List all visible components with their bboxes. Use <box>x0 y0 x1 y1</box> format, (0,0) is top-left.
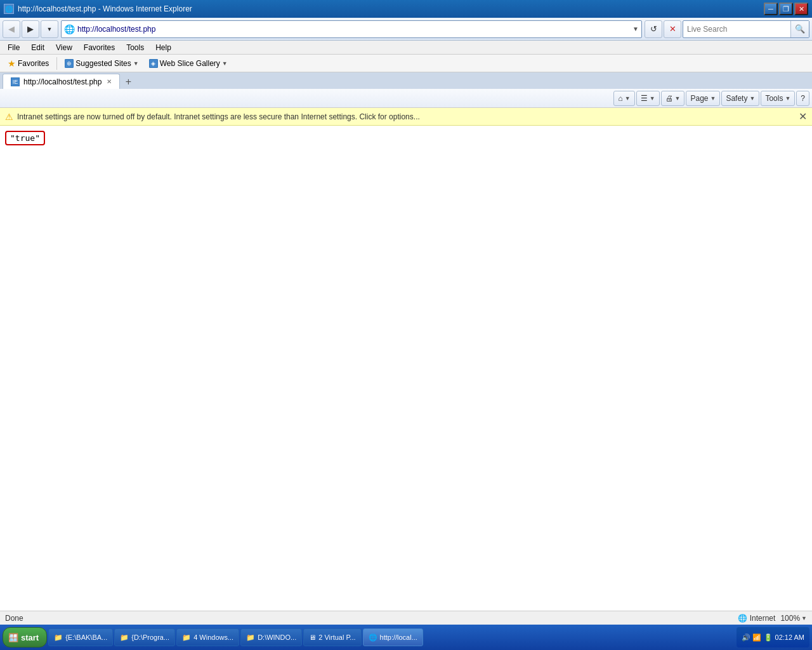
web-slice-button[interactable]: ◈ Web Slice Gallery ▼ <box>145 58 232 69</box>
status-zoom: 100% ▼ <box>780 614 807 623</box>
refresh-button[interactable]: ↺ <box>645 20 662 38</box>
search-button[interactable]: 🔍 <box>790 21 809 37</box>
info-bar[interactable]: ⚠ Intranet settings are now turned off b… <box>0 108 812 126</box>
active-tab[interactable]: IE http://localhost/test.php ✕ <box>3 74 120 89</box>
menu-view[interactable]: View <box>51 41 77 54</box>
menu-favorites[interactable]: Favorites <box>79 41 120 54</box>
info-icon: ⚠ <box>5 112 13 122</box>
page-button[interactable]: Page ▼ <box>686 91 720 106</box>
forward-button[interactable]: ▶ <box>22 20 39 38</box>
status-text: Done <box>5 614 733 623</box>
toolbar-row: ⌂ ▼ ☰ ▼ 🖨 ▼ Page ▼ Safety ▼ Tools ▼ ? <box>0 89 812 108</box>
safety-button[interactable]: Safety ▼ <box>721 91 759 106</box>
search-container: 🔍 <box>683 20 809 38</box>
menu-bar: File Edit View Favorites Tools Help <box>0 41 812 55</box>
status-bar: Done 🌐 Internet 100% ▼ <box>0 611 812 625</box>
window-title: http://localhost/test.php - Windows Inte… <box>18 4 192 13</box>
new-tab-button[interactable]: + <box>121 75 135 89</box>
tab-label: http://localhost/test.php <box>23 77 102 86</box>
feeds-button[interactable]: ☰ ▼ <box>636 91 660 106</box>
tools-button[interactable]: Tools ▼ <box>761 91 795 106</box>
print-button[interactable]: 🖨 ▼ <box>661 91 685 106</box>
stop-button[interactable]: ✕ <box>664 20 681 38</box>
tab-bar: IE http://localhost/test.php ✕ + <box>0 72 812 89</box>
dropdown-button[interactable]: ▼ <box>41 20 58 38</box>
nav-bar: ◀ ▶ ▼ 🌐 ▼ ↺ ✕ 🔍 <box>0 18 812 41</box>
close-button[interactable]: ✕ <box>794 3 808 15</box>
suggested-sites-icon: ⊕ <box>65 59 74 68</box>
web-slice-icon: ◈ <box>149 59 158 68</box>
help-button[interactable]: ? <box>796 91 809 106</box>
restore-button[interactable]: ❐ <box>779 3 793 15</box>
suggested-dropdown-arrow: ▼ <box>133 60 139 67</box>
back-button[interactable]: ◀ <box>3 20 20 38</box>
star-icon: ★ <box>8 58 16 69</box>
menu-tools[interactable]: Tools <box>121 41 149 54</box>
favorites-button[interactable]: ★ Favorites <box>4 57 53 70</box>
address-favicon: 🌐 <box>62 24 77 34</box>
title-bar-controls: ─ ❐ ✕ <box>764 3 808 15</box>
menu-file[interactable]: File <box>3 41 25 54</box>
status-right: 🌐 Internet 100% ▼ <box>738 614 807 623</box>
tab-close-button[interactable]: ✕ <box>107 78 112 85</box>
zoom-dropdown[interactable]: ▼ <box>801 615 807 621</box>
suggested-sites-label: Suggested Sites <box>75 59 131 68</box>
address-dropdown[interactable]: ▼ <box>630 25 641 32</box>
search-input[interactable] <box>683 25 790 34</box>
minimize-button[interactable]: ─ <box>764 3 778 15</box>
web-slice-dropdown-arrow: ▼ <box>222 60 228 67</box>
favorites-bar: ★ Favorites ⊕ Suggested Sites ▼ ◈ Web Sl… <box>0 55 812 72</box>
zone-label: Internet <box>750 614 776 623</box>
address-bar-container: 🌐 ▼ <box>61 20 642 38</box>
zoom-label: 100% <box>780 614 800 623</box>
tab-favicon: IE <box>11 77 20 86</box>
status-zone: 🌐 Internet <box>738 614 776 623</box>
ie-title-icon: 🌐 <box>4 4 14 14</box>
info-message: Intranet settings are now turned off by … <box>17 112 420 121</box>
home-button[interactable]: ⌂ ▼ <box>613 91 634 106</box>
address-bar[interactable] <box>77 25 630 34</box>
title-bar-left: 🌐 http://localhost/test.php - Windows In… <box>4 4 192 14</box>
web-slice-label: Web Slice Gallery <box>160 59 220 68</box>
info-close-button[interactable]: ✕ <box>799 110 807 123</box>
favorites-divider <box>56 57 57 70</box>
content-area: "true" <box>0 126 812 625</box>
menu-edit[interactable]: Edit <box>26 41 49 54</box>
suggested-sites-button[interactable]: ⊕ Suggested Sites ▼ <box>61 58 142 69</box>
favorites-label: Favorites <box>18 59 49 68</box>
true-value: "true" <box>5 131 45 145</box>
menu-help[interactable]: Help <box>150 41 176 54</box>
title-bar: 🌐 http://localhost/test.php - Windows In… <box>0 0 812 18</box>
zone-icon: 🌐 <box>738 614 747 623</box>
